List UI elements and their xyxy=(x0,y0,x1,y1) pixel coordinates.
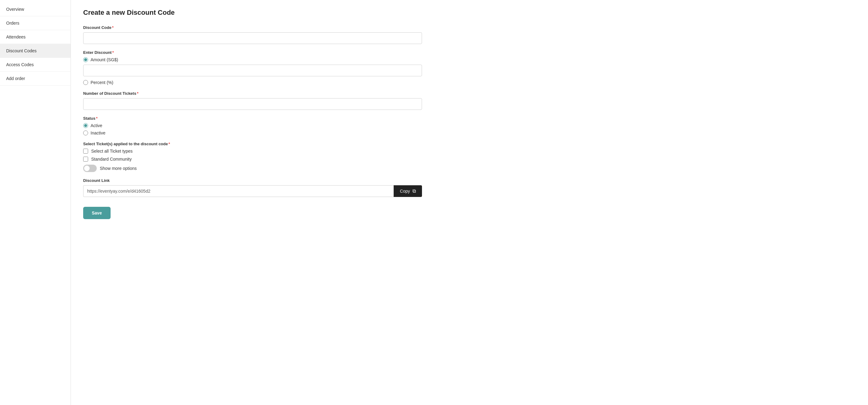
required-star-tickets: * xyxy=(137,91,138,96)
discount-link-row: Copy ⧉ xyxy=(83,185,422,197)
amount-radio-label: Amount (SG$) xyxy=(91,57,118,62)
copy-button-label: Copy xyxy=(400,189,410,194)
status-group: Status* Active Inactive xyxy=(83,116,422,135)
discount-code-label: Discount Code* xyxy=(83,25,422,30)
sidebar-item-discount-codes[interactable]: Discount Codes xyxy=(0,44,70,58)
select-tickets-group: Select Ticket(s) applied to the discount… xyxy=(83,142,422,172)
discount-link-label: Discount Link xyxy=(83,178,422,183)
save-button-label: Save xyxy=(92,210,102,215)
tickets-checkbox-group: Select all Ticket types Standard Communi… xyxy=(83,149,422,162)
discount-link-input[interactable] xyxy=(83,185,394,197)
required-star-status: * xyxy=(96,116,98,121)
sidebar-item-access-codes[interactable]: Access Codes xyxy=(0,58,70,72)
percent-radio-label: Percent (%) xyxy=(91,80,113,85)
save-button[interactable]: Save xyxy=(83,207,111,219)
page-title: Create a new Discount Code xyxy=(83,9,856,16)
amount-radio[interactable] xyxy=(83,57,88,62)
show-more-toggle[interactable] xyxy=(83,165,97,172)
select-all-label: Select all Ticket types xyxy=(91,149,133,154)
standard-community-checkbox[interactable] xyxy=(83,157,88,162)
select-tickets-label: Select Ticket(s) applied to the discount… xyxy=(83,142,422,146)
percent-radio[interactable] xyxy=(83,80,88,85)
discount-form: Discount Code* Enter Discount* Amount (S… xyxy=(83,25,422,219)
sidebar-item-overview-label: Overview xyxy=(6,7,24,12)
sidebar-item-orders-label: Orders xyxy=(6,21,20,26)
required-star-discount-code: * xyxy=(112,25,114,30)
inactive-radio[interactable] xyxy=(83,131,88,135)
num-tickets-group: Number of Discount Tickets* xyxy=(83,91,422,110)
percent-radio-item[interactable]: Percent (%) xyxy=(83,80,422,85)
amount-input-wrapper xyxy=(83,65,422,76)
sidebar-item-attendees-label: Attendees xyxy=(6,34,26,39)
discount-code-input[interactable] xyxy=(83,32,422,44)
copy-icon: ⧉ xyxy=(412,188,416,194)
standard-community-label: Standard Community xyxy=(91,157,132,162)
sidebar: Overview Orders Attendees Discount Codes… xyxy=(0,0,71,405)
active-radio-label: Active xyxy=(91,123,102,128)
amount-input[interactable] xyxy=(83,65,422,76)
sidebar-item-add-order-label: Add order xyxy=(6,76,25,81)
status-label: Status* xyxy=(83,116,422,121)
copy-button[interactable]: Copy ⧉ xyxy=(394,185,422,197)
discount-link-group: Discount Link Copy ⧉ xyxy=(83,178,422,197)
main-content: Create a new Discount Code Discount Code… xyxy=(71,0,868,405)
enter-discount-label: Enter Discount* xyxy=(83,50,422,55)
sidebar-item-discount-codes-label: Discount Codes xyxy=(6,48,37,53)
inactive-radio-label: Inactive xyxy=(91,131,105,135)
status-radio-group: Active Inactive xyxy=(83,123,422,135)
num-tickets-input[interactable] xyxy=(83,98,422,110)
show-more-label: Show more options xyxy=(100,166,137,171)
discount-type-radio-group: Amount (SG$) Percent (%) xyxy=(83,57,422,85)
discount-code-group: Discount Code* xyxy=(83,25,422,44)
enter-discount-group: Enter Discount* Amount (SG$) Percent (%) xyxy=(83,50,422,85)
required-star-enter-discount: * xyxy=(112,50,114,55)
sidebar-item-attendees[interactable]: Attendees xyxy=(0,30,70,44)
active-radio-item[interactable]: Active xyxy=(83,123,422,128)
amount-radio-item[interactable]: Amount (SG$) xyxy=(83,57,422,62)
required-star-select-tickets: * xyxy=(168,142,170,146)
sidebar-item-add-order[interactable]: Add order xyxy=(0,72,70,86)
show-more-toggle-row: Show more options xyxy=(83,165,422,172)
standard-community-checkbox-item[interactable]: Standard Community xyxy=(83,157,422,162)
sidebar-item-orders[interactable]: Orders xyxy=(0,16,70,30)
sidebar-item-access-codes-label: Access Codes xyxy=(6,62,34,67)
sidebar-item-overview[interactable]: Overview xyxy=(0,2,70,16)
num-tickets-label: Number of Discount Tickets* xyxy=(83,91,422,96)
select-all-checkbox-item[interactable]: Select all Ticket types xyxy=(83,149,422,154)
select-all-checkbox[interactable] xyxy=(83,149,88,154)
active-radio[interactable] xyxy=(83,123,88,128)
inactive-radio-item[interactable]: Inactive xyxy=(83,131,422,135)
toggle-slider xyxy=(83,165,97,172)
